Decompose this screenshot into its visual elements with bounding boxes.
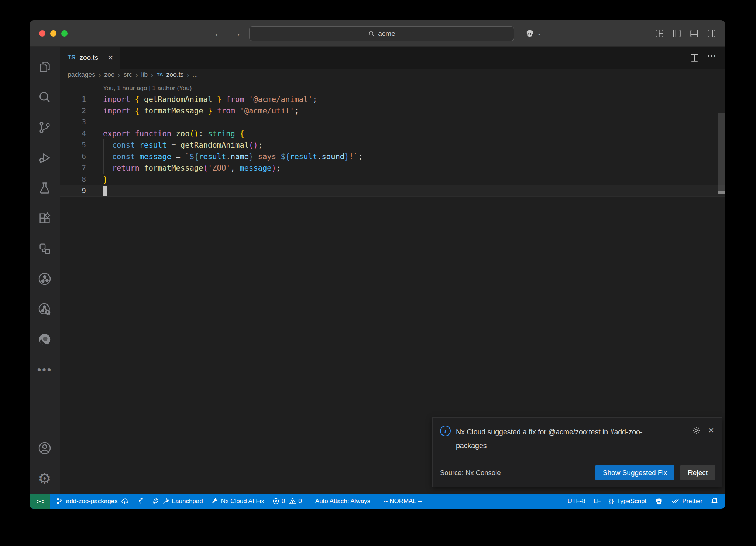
code-line[interactable]: 5 const result = getRandomAnimal();: [60, 139, 725, 151]
activity-run-debug[interactable]: [30, 143, 60, 173]
code-lines: 1import { getRandomAnimal } from '@acme/…: [60, 93, 725, 197]
launchpad-item[interactable]: Launchpad: [148, 494, 207, 509]
show-suggested-fix-button[interactable]: Show Suggested Fix: [595, 465, 674, 480]
git-branch-icon: [56, 498, 63, 505]
encoding-item[interactable]: UTF-8: [564, 494, 590, 509]
commit-graph-item[interactable]: [133, 494, 148, 509]
language-mode-item[interactable]: {} TypeScript: [605, 494, 651, 509]
git-branch-item[interactable]: add-zoo-packages: [50, 494, 133, 509]
search-icon: [368, 30, 375, 37]
tab-zoo-ts[interactable]: TS zoo.ts ✕: [60, 47, 120, 69]
activity-extensions[interactable]: [30, 203, 60, 233]
breadcrumb-item[interactable]: lib: [141, 71, 148, 79]
nx-fix-label: Nx Cloud AI Fix: [221, 498, 264, 505]
remote-indicator[interactable]: ><: [30, 494, 50, 509]
linked-squares-icon: [38, 242, 51, 255]
close-button[interactable]: [39, 30, 45, 37]
editor-actions-more-icon[interactable]: ⋯: [707, 56, 717, 59]
chevron-right-icon: ›: [99, 71, 101, 79]
code-line[interactable]: 1import { getRandomAnimal } from '@acme/…: [60, 93, 725, 105]
breadcrumb-item[interactable]: packages: [68, 71, 95, 79]
debug-icon: [38, 151, 51, 164]
reject-button[interactable]: Reject: [680, 465, 715, 480]
auto-attach-item[interactable]: Auto Attach: Always: [311, 494, 374, 509]
nx-cloud-ai-fix-item[interactable]: Nx Cloud AI Fix: [207, 494, 268, 509]
cursor-block: [103, 186, 107, 196]
activity-bar: ••• ⚙: [30, 47, 60, 494]
code-text: const message = `${result.name} says ${r…: [103, 152, 363, 161]
toggle-panel-icon[interactable]: [690, 29, 698, 38]
copilot-icon[interactable]: [525, 28, 535, 38]
notifications-bell-item[interactable]: [707, 494, 722, 509]
activity-testing[interactable]: [30, 173, 60, 203]
breadcrumb-symbol[interactable]: ...: [193, 71, 198, 79]
notification-toast: i Nx Cloud suggested a fix for @acme/zoo…: [432, 417, 722, 487]
line-number: 2: [60, 106, 103, 115]
tab-label: zoo.ts: [79, 54, 98, 62]
toggle-secondary-sidebar-icon[interactable]: [707, 29, 716, 38]
back-button[interactable]: ←: [213, 28, 223, 39]
status-bar: >< add-zoo-packages: [30, 494, 725, 509]
eol-item[interactable]: LF: [590, 494, 605, 509]
chevron-down-icon[interactable]: ⌄: [537, 30, 542, 37]
bell-icon: [711, 497, 718, 505]
prettier-label: Prettier: [682, 498, 702, 505]
branch-name: add-zoo-packages: [66, 498, 118, 505]
line-number: 8: [60, 175, 103, 184]
code-line[interactable]: 7 return formatMessage('ZOO', message);: [60, 162, 725, 174]
editor-scrollbar[interactable]: [718, 113, 725, 194]
activity-more[interactable]: •••: [30, 355, 60, 385]
activity-account[interactable]: [30, 433, 60, 463]
code-line[interactable]: 4export function zoo(): string {: [60, 128, 725, 139]
notification-source: Source: Nx Console: [440, 469, 501, 477]
extensions-icon: [38, 212, 51, 225]
forward-button[interactable]: →: [231, 28, 241, 39]
toggle-primary-sidebar-icon[interactable]: [673, 29, 681, 38]
activity-nx-cloud[interactable]: [30, 294, 60, 324]
breadcrumb-item[interactable]: zoo: [104, 71, 114, 79]
notification-settings-gear-icon[interactable]: [692, 426, 701, 435]
chevron-right-icon: ›: [135, 71, 138, 79]
chevron-right-icon: ›: [118, 71, 120, 79]
prettier-item[interactable]: Prettier: [667, 494, 707, 509]
activity-explorer[interactable]: [30, 52, 60, 82]
code-line[interactable]: 6 const message = `${result.name} says $…: [60, 151, 725, 162]
typescript-file-icon: TS: [157, 72, 163, 78]
activity-project-view[interactable]: [30, 233, 60, 264]
notification-close-icon[interactable]: ✕: [708, 426, 714, 435]
breadcrumb: packages› zoo› src› lib› TS zoo.ts› ...: [60, 69, 725, 81]
code-line[interactable]: 9: [60, 185, 725, 197]
problems-item[interactable]: 0 0: [268, 494, 306, 509]
account-icon: [38, 441, 52, 455]
warning-count: 0: [298, 498, 302, 505]
code-text: export function zoo(): string {: [103, 129, 244, 138]
rocket-icon: [152, 498, 159, 505]
command-center-search[interactable]: acme: [249, 26, 514, 41]
code-line[interactable]: 2import { formatMessage } from '@acme/ut…: [60, 105, 725, 116]
minimize-button[interactable]: [50, 30, 56, 37]
activity-source-control[interactable]: [30, 112, 60, 143]
tab-close-icon[interactable]: ✕: [107, 54, 113, 62]
edge-icon: [38, 332, 52, 347]
code-line[interactable]: 8}: [60, 174, 725, 185]
code-text: }: [103, 175, 107, 184]
code-text: [103, 186, 107, 196]
commit-graph-icon: [137, 498, 144, 505]
chevron-right-icon: ›: [151, 71, 153, 79]
activity-edge-browser[interactable]: [30, 324, 60, 355]
code-line[interactable]: 3: [60, 116, 725, 128]
error-icon: [272, 498, 279, 505]
vscode-window: ← → acme ⌄: [30, 20, 725, 509]
typescript-file-icon: TS: [68, 54, 75, 61]
split-editor-icon[interactable]: [690, 54, 699, 62]
activity-settings[interactable]: ⚙: [30, 463, 60, 494]
activity-search[interactable]: [30, 82, 60, 112]
activity-nx-console[interactable]: [30, 264, 60, 294]
breadcrumb-item[interactable]: src: [124, 71, 132, 79]
zoom-button[interactable]: [61, 30, 68, 37]
source-control-icon: [38, 121, 51, 134]
copilot-status-item[interactable]: [650, 494, 667, 509]
breadcrumb-file[interactable]: zoo.ts: [166, 71, 184, 79]
vim-mode-item[interactable]: -- NORMAL --: [379, 494, 426, 509]
customize-layout-icon[interactable]: [655, 29, 664, 38]
